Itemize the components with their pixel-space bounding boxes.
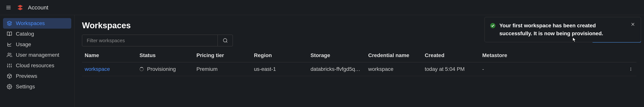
top-bar: Account <box>0 0 644 15</box>
column-header-created[interactable]: Created <box>425 52 482 58</box>
sidebar-item-label: Catalog <box>16 31 34 37</box>
pricing-tier-cell: Premium <box>196 66 254 72</box>
column-header-region[interactable]: Region <box>254 52 310 58</box>
hamburger-icon <box>6 5 11 10</box>
column-header-storage[interactable]: Storage <box>310 52 368 58</box>
svg-point-24 <box>630 69 631 70</box>
chart-icon <box>7 42 12 47</box>
table-header: Name Status Pricing tier Region Storage … <box>82 52 636 62</box>
sidebar-item-workspaces[interactable]: Workspaces <box>3 18 71 29</box>
column-header-status[interactable]: Status <box>140 52 196 58</box>
storage-cell: databricks-ffvfgd5q… <box>310 66 368 72</box>
sidebar-item-usage[interactable]: Usage <box>3 39 71 50</box>
sidebar-item-label: Cloud resources <box>16 62 54 68</box>
sidebar-item-previews[interactable]: Previews <box>3 71 71 82</box>
workspaces-table: Name Status Pricing tier Region Storage … <box>82 52 636 76</box>
region-cell: us-east-1 <box>254 66 310 72</box>
status-cell: Provisioning <box>140 66 196 72</box>
databricks-logo-icon <box>17 4 24 11</box>
workspace-name-link[interactable]: workspace <box>85 66 110 72</box>
svg-line-22 <box>226 42 227 42</box>
sidebar-item-cloud-resources[interactable]: Cloud resources <box>3 60 71 71</box>
close-icon <box>630 22 636 27</box>
svg-point-6 <box>8 53 10 55</box>
status-text: Provisioning <box>147 66 176 72</box>
column-header-pricing-tier[interactable]: Pricing tier <box>196 52 254 58</box>
created-cell: today at 5:04 PM <box>425 66 482 72</box>
table-row[interactable]: workspace Provisioning Premium us-east-1… <box>82 62 636 76</box>
column-header-credential-name[interactable]: Credential name <box>368 52 425 58</box>
sidebar-item-label: Settings <box>16 84 35 90</box>
toast-message: Your first workspace has been created su… <box>500 22 626 38</box>
main-content: Your first workspace has been created su… <box>74 15 644 107</box>
users-icon <box>7 52 12 58</box>
svg-marker-3 <box>7 21 12 23</box>
svg-point-25 <box>630 70 631 71</box>
svg-point-23 <box>630 68 631 68</box>
toast-close-button[interactable] <box>630 22 636 28</box>
sliders-icon <box>7 63 12 68</box>
credential-name-cell: workspace <box>368 66 425 72</box>
sidebar-item-label: Usage <box>16 42 31 48</box>
search-icon <box>223 38 228 43</box>
layers-icon <box>7 21 12 26</box>
cube-icon <box>7 74 12 79</box>
app-title: Account <box>28 4 48 11</box>
sidebar: Workspaces Catalog Usage User management… <box>0 15 74 107</box>
filter-workspaces-input[interactable] <box>82 35 218 46</box>
gear-icon <box>7 84 12 89</box>
toast-notification: Your first workspace has been created su… <box>484 17 641 42</box>
sidebar-item-user-management[interactable]: User management <box>3 50 71 60</box>
spinner-icon <box>140 67 144 71</box>
svg-point-17 <box>9 86 10 88</box>
sidebar-item-settings[interactable]: Settings <box>3 82 71 92</box>
column-header-name[interactable]: Name <box>82 52 140 58</box>
column-header-metastore[interactable]: Metastore <box>482 52 625 58</box>
kebab-icon <box>629 67 633 71</box>
sidebar-item-label: User management <box>16 52 59 58</box>
search-button[interactable] <box>218 35 233 46</box>
hamburger-menu-button[interactable] <box>6 5 11 10</box>
svg-point-21 <box>223 38 227 42</box>
sidebar-item-label: Workspaces <box>16 20 45 26</box>
row-actions-button[interactable] <box>625 67 636 71</box>
sidebar-item-catalog[interactable]: Catalog <box>3 29 71 39</box>
success-check-icon <box>490 23 496 29</box>
metastore-cell: - <box>482 66 625 72</box>
sidebar-item-label: Previews <box>16 73 37 79</box>
open-book-icon <box>7 31 12 36</box>
